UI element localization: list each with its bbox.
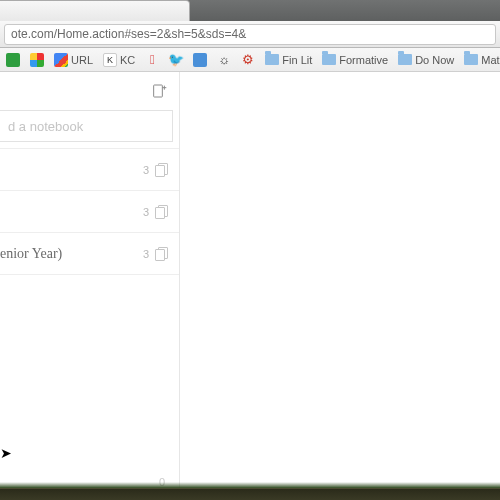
twitter-icon: 🐦 [169, 53, 183, 67]
os-taskbar[interactable] [0, 488, 500, 500]
browser-toolbar: ote.com/Home.action#ses=2&sh=5&sds=4& [0, 21, 500, 48]
notebook-stack-icon [155, 163, 169, 177]
notebook-count: 3 [143, 206, 149, 218]
svg-rect-0 [154, 85, 163, 97]
bookmark-item[interactable]: Do Now [398, 53, 454, 67]
folder-icon [265, 53, 279, 67]
notebook-row[interactable]: 3 [0, 149, 179, 191]
notebook-row[interactable]: 3 [0, 191, 179, 233]
notebook-list: 33enior Year)3 [0, 148, 179, 464]
notebook-title: enior Year) [0, 246, 62, 262]
notebook-row[interactable]: enior Year)3 [0, 233, 179, 275]
bookmark-label: Math [481, 54, 500, 66]
gear-icon: ⚙ [241, 53, 255, 67]
bookmark-item[interactable]: Math [464, 53, 500, 67]
camera-icon [193, 53, 207, 67]
bookmark-label: URL [71, 54, 93, 66]
bookmark-label: KC [120, 54, 135, 66]
new-notebook-icon[interactable] [151, 83, 167, 99]
notebook-search [0, 110, 179, 142]
bookmark-item[interactable]: Fin Lit [265, 53, 312, 67]
bookmarks-bar: URLKKC🐦☼⚙Fin LitFormativeDo NowMathCPS [0, 48, 500, 72]
bookmark-label: Formative [339, 54, 388, 66]
folder-icon [464, 53, 478, 67]
bookmark-item[interactable]: URL [54, 53, 93, 67]
sidebar-header [0, 72, 179, 110]
notebook-search-input[interactable] [0, 110, 173, 142]
browser-tab-active[interactable] [0, 0, 190, 21]
folder-icon [322, 53, 336, 67]
notebook-meta: 3 [143, 247, 169, 261]
notebook-sidebar: 33enior Year)3 0 ➤ [0, 72, 180, 488]
notebook-meta: 3 [143, 163, 169, 177]
folder-icon [398, 53, 412, 67]
notebook-count: 3 [143, 248, 149, 260]
notebook-stack-icon [155, 205, 169, 219]
browser-tab-strip [0, 0, 500, 21]
notebook-trailing-count: 0 [0, 464, 179, 488]
bookmark-item[interactable] [30, 53, 44, 67]
apple-icon:  [145, 53, 159, 67]
notebook-count: 3 [143, 164, 149, 176]
bookmark-item[interactable] [6, 53, 20, 67]
bulb-icon: ☼ [217, 53, 231, 67]
notebook-meta: 3 [143, 205, 169, 219]
bookmark-item[interactable]: 🐦 [169, 53, 183, 67]
bookmark-item[interactable]: ⚙ [241, 53, 255, 67]
google-icon [54, 53, 68, 67]
bookmark-item[interactable]: KKC [103, 53, 135, 67]
bookmark-label: Do Now [415, 54, 454, 66]
url-text: ote.com/Home.action#ses=2&sh=5&sds=4& [11, 27, 246, 41]
multi-icon [30, 53, 44, 67]
bookmark-item[interactable]: ☼ [217, 53, 231, 67]
app-content: 33enior Year)3 0 ➤ [0, 72, 500, 488]
bookmark-label: Fin Lit [282, 54, 312, 66]
bookmark-item[interactable]: Formative [322, 53, 388, 67]
notebook-stack-icon [155, 247, 169, 261]
bookmark-item[interactable]:  [145, 53, 159, 67]
bookmark-item[interactable] [193, 53, 207, 67]
url-bar[interactable]: ote.com/Home.action#ses=2&sh=5&sds=4& [4, 24, 496, 45]
green-icon [6, 53, 20, 67]
main-content [180, 72, 500, 488]
kc-icon: K [103, 53, 117, 67]
